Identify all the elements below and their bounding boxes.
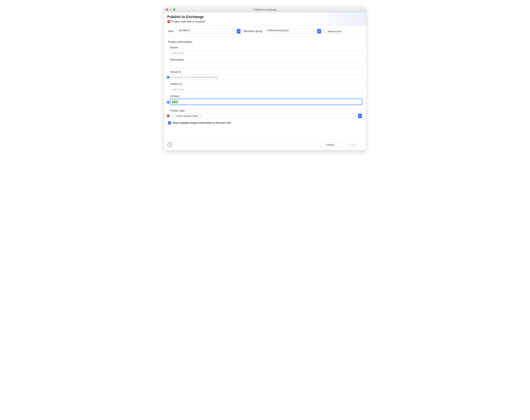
description-label: Description: <box>170 58 362 61</box>
save-pom-label: Save updated project information to the … <box>173 121 231 124</box>
dialog-window: Publish to Exchange Publish to Exchange … <box>164 7 366 150</box>
dialog-footer: ? Cancel Finish <box>164 140 366 150</box>
project-type-label: Project type: <box>170 109 362 112</box>
info-icon: i <box>167 101 169 103</box>
business-group-label: Business group <box>244 30 262 33</box>
add-account-button[interactable]: Add account <box>324 29 345 34</box>
artifact-id-label: Artifact Id: <box>170 83 362 86</box>
dialog-content: User SandyKim Business group Mulesoft-em… <box>164 26 366 140</box>
minimize-window-button[interactable] <box>170 8 172 11</box>
field-description: Description: <box>168 58 362 68</box>
description-input[interactable] <box>170 62 362 68</box>
version-label: Version: <box>170 95 362 98</box>
field-name: Name: <box>168 46 362 56</box>
section-title: Project Information: <box>168 40 362 44</box>
error-message: Project type field is required <box>172 20 205 23</box>
account-row: User SandyKim Business group Mulesoft-em… <box>168 29 362 37</box>
project-type-select[interactable]: ---- Select project Type ---- <box>170 113 362 118</box>
error-icon: ✕ <box>167 20 170 23</box>
titlebar: Publish to Exchange <box>164 7 366 12</box>
user-select-value: SandyKim <box>177 29 241 34</box>
version-input[interactable]: 1.0.2 <box>170 99 362 105</box>
business-group-select[interactable]: Mulesoft-employee <box>265 29 321 34</box>
cancel-button[interactable]: Cancel <box>320 142 340 147</box>
field-project-type: ✕ Project type: ---- Select project Type… <box>168 109 362 118</box>
page-title: Publish to Exchange <box>167 15 363 19</box>
save-pom-checkbox[interactable] <box>168 121 171 124</box>
maximize-window-button[interactable] <box>173 8 175 11</box>
save-pom-row: Save updated project information to the … <box>168 121 362 124</box>
dialog-header: Publish to Exchange ✕ Project type field… <box>164 12 366 26</box>
name-label: Name: <box>170 46 362 49</box>
user-select[interactable]: SandyKim <box>177 29 241 34</box>
field-artifact-id: Artifact Id: <box>168 83 362 92</box>
version-value: 1.0.2 <box>172 100 178 103</box>
artifact-id-input[interactable] <box>170 87 362 92</box>
check-icon <box>168 122 171 124</box>
info-icon: i <box>167 76 169 78</box>
error-icon: ✕ <box>167 115 169 117</box>
name-input[interactable] <box>170 50 362 56</box>
window-title: Publish to Exchange <box>164 8 366 11</box>
close-window-button[interactable] <box>166 8 168 11</box>
help-button[interactable]: ? <box>167 142 172 147</box>
traffic-lights <box>164 8 175 11</box>
group-id-input[interactable] <box>170 74 362 80</box>
project-type-value: ---- Select project Type ---- <box>170 113 362 118</box>
business-group-value: Mulesoft-employee <box>265 29 321 34</box>
field-version: i Version: 1.0.2 <box>168 95 362 105</box>
field-group-id: i Group Id: <box>168 70 362 80</box>
finish-button: Finish <box>343 142 363 147</box>
group-id-label: Group Id: <box>170 70 362 73</box>
error-banner: ✕ Project type field is required <box>167 20 363 23</box>
user-label: User <box>168 30 174 33</box>
